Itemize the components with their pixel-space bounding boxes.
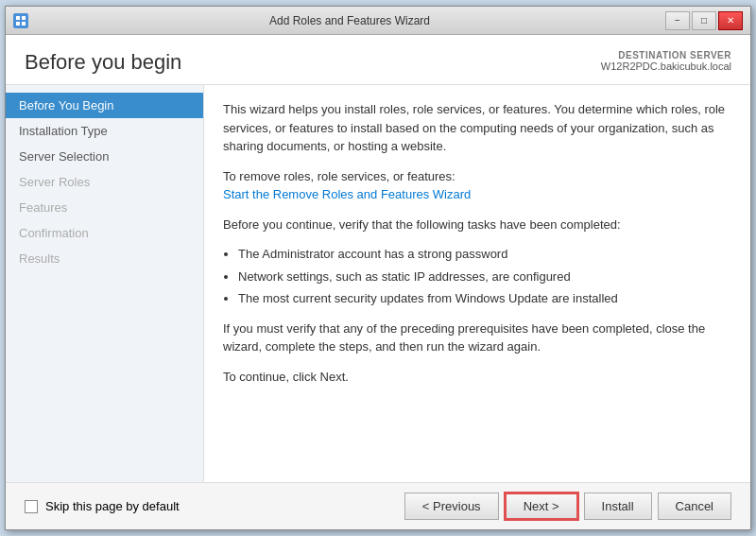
skip-checkbox[interactable] xyxy=(25,500,38,513)
svg-rect-3 xyxy=(22,22,26,26)
prereq-list: The Administrator account has a strong p… xyxy=(238,245,731,308)
header-area: Before you begin DESTINATION SERVER W12R… xyxy=(6,35,750,85)
destination-label: DESTINATION SERVER xyxy=(601,50,731,61)
cancel-button[interactable]: Cancel xyxy=(658,493,731,520)
svg-rect-0 xyxy=(16,16,20,20)
destination-server: DESTINATION SERVER W12R2PDC.bakicubuk.lo… xyxy=(601,50,731,72)
previous-button[interactable]: < Previous xyxy=(404,493,499,520)
verify-para: Before you continue, verify that the fol… xyxy=(223,216,731,234)
destination-value: W12R2PDC.bakicubuk.local xyxy=(601,61,731,72)
prereq-item: The most current security updates from W… xyxy=(238,289,731,308)
page-title: Before you begin xyxy=(25,50,181,75)
minimize-button[interactable]: − xyxy=(665,11,690,30)
sidebar-item-server-roles: Server Roles xyxy=(6,169,203,195)
sidebar-item-before-you-begin[interactable]: Before You Begin xyxy=(6,93,203,118)
footer-buttons: < Previous Next > Install Cancel xyxy=(404,493,731,520)
content-area: Before you begin DESTINATION SERVER W12R… xyxy=(6,35,750,529)
next-button[interactable]: Next > xyxy=(505,493,578,520)
intro-paragraph: This wizard helps you install roles, rol… xyxy=(223,100,731,156)
window-title: Add Roles and Features Wizard xyxy=(34,14,665,27)
svg-rect-1 xyxy=(22,16,26,20)
sidebar: Before You BeginInstallation TypeServer … xyxy=(6,85,204,482)
remove-para: To remove roles, role services, or featu… xyxy=(223,167,731,204)
sidebar-item-server-selection[interactable]: Server Selection xyxy=(6,144,203,169)
title-bar: Add Roles and Features Wizard − □ ✕ xyxy=(6,7,750,35)
footer-left: Skip this page by default xyxy=(25,499,180,513)
install-button[interactable]: Install xyxy=(584,493,652,520)
main-body: Before You BeginInstallation TypeServer … xyxy=(6,85,750,482)
window-controls: − □ ✕ xyxy=(665,11,743,30)
skip-label: Skip this page by default xyxy=(45,499,180,513)
footer: Skip this page by default < Previous Nex… xyxy=(6,482,750,529)
if-verify-para: If you must verify that any of the prece… xyxy=(223,320,731,356)
continue-para: To continue, click Next. xyxy=(223,368,731,387)
wizard-window: Add Roles and Features Wizard − □ ✕ Befo… xyxy=(5,6,751,530)
close-button[interactable]: ✕ xyxy=(718,11,743,30)
sidebar-item-confirmation: Confirmation xyxy=(6,220,203,246)
remove-wizard-link[interactable]: Start the Remove Roles and Features Wiza… xyxy=(223,187,471,201)
app-icon xyxy=(13,13,28,28)
main-content: This wizard helps you install roles, rol… xyxy=(204,85,750,482)
maximize-button[interactable]: □ xyxy=(692,11,716,30)
prereq-item: Network settings, such as static IP addr… xyxy=(238,268,731,286)
prereq-item: The Administrator account has a strong p… xyxy=(238,245,731,264)
sidebar-item-features: Features xyxy=(6,195,203,220)
sidebar-item-installation-type[interactable]: Installation Type xyxy=(6,118,203,144)
remove-para-label: To remove roles, role services, or featu… xyxy=(223,169,455,183)
svg-rect-2 xyxy=(16,22,20,26)
sidebar-item-results: Results xyxy=(6,246,203,271)
